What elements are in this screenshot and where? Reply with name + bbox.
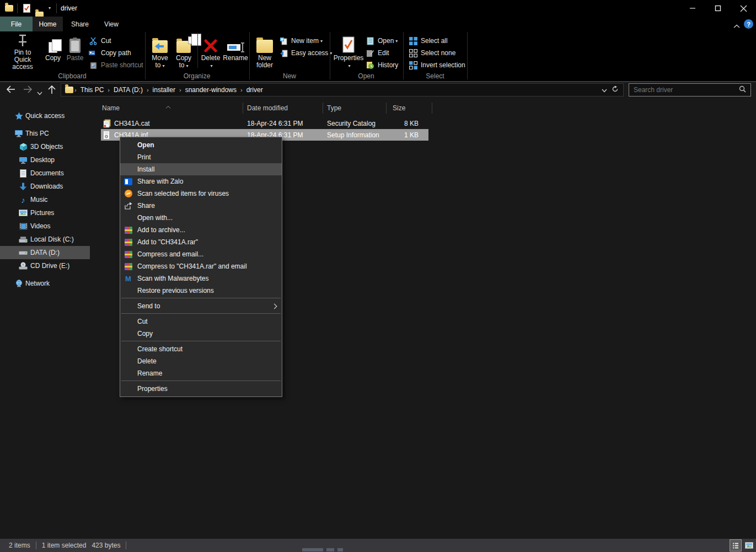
- menu-item-properties[interactable]: Properties: [120, 383, 282, 395]
- copy-button[interactable]: Copy: [42, 33, 64, 71]
- details-view-button[interactable]: [730, 539, 742, 551]
- sidebar-item-pictures[interactable]: Pictures: [0, 206, 90, 219]
- recent-locations-caret-icon[interactable]: [37, 88, 42, 98]
- qat-customize-caret-icon[interactable]: ▾: [49, 6, 51, 10]
- column-divider[interactable]: [243, 103, 243, 114]
- status-divider: [36, 542, 36, 549]
- delete-button[interactable]: Delete▾: [200, 33, 222, 71]
- sidebar-item-this-pc[interactable]: This PC: [0, 127, 90, 140]
- pin-to-quick-access-button[interactable]: Pin to Quick access: [6, 33, 40, 71]
- collapse-ribbon-icon[interactable]: [733, 21, 740, 25]
- column-header-name[interactable]: Name: [102, 104, 120, 112]
- menu-item-add-to-rar[interactable]: Add to "CH341A.rar": [120, 236, 282, 248]
- sidebar-item-network[interactable]: Network: [0, 277, 90, 290]
- move-to-label: Move to▾: [148, 55, 172, 69]
- new-item-button[interactable]: New item▾: [278, 35, 323, 46]
- column-header-type[interactable]: Type: [327, 104, 341, 112]
- menu-item-open[interactable]: Open: [120, 139, 282, 151]
- sidebar-item-cd-drive-e[interactable]: CD Drive (E:): [0, 259, 90, 272]
- sidebar-item-local-disk-c[interactable]: Local Disk (C:): [0, 233, 90, 246]
- paste-shortcut-button[interactable]: Paste shortcut: [88, 60, 143, 71]
- menu-item-send-to[interactable]: Send to: [120, 300, 282, 312]
- crumb-driver[interactable]: driver: [244, 86, 266, 94]
- history-button[interactable]: History: [365, 60, 398, 71]
- menu-item-scan-malwarebytes[interactable]: MScan with Malwarebytes: [120, 272, 282, 285]
- move-to-button[interactable]: Move to▾: [148, 33, 172, 71]
- crumb-installer[interactable]: installer: [150, 86, 178, 94]
- forward-button[interactable]: [22, 85, 33, 96]
- invert-selection-button[interactable]: Invert selection: [408, 60, 465, 71]
- qat-properties-icon[interactable]: [23, 4, 30, 13]
- menu-item-compress-email[interactable]: Compress and email...: [120, 248, 282, 260]
- properties-button[interactable]: Properties▾: [333, 33, 364, 71]
- menu-item-share[interactable]: Share: [120, 200, 282, 212]
- close-button[interactable]: [731, 0, 756, 17]
- menu-item-restore-previous[interactable]: Restore previous versions: [120, 285, 282, 297]
- rename-button[interactable]: Rename: [223, 33, 248, 71]
- minimize-button[interactable]: [680, 0, 705, 17]
- menu-item-compress-to-rar-email[interactable]: Compress to "CH341A.rar" and email: [120, 260, 282, 272]
- sidebar-item-quick-access[interactable]: Quick access: [0, 109, 90, 122]
- column-header-size[interactable]: Size: [393, 104, 405, 112]
- crumb-snander-windows[interactable]: snander-windows: [183, 86, 239, 94]
- menu-item-open-with[interactable]: Open with...: [120, 212, 282, 224]
- menu-item-add-to-archive[interactable]: Add to archive...: [120, 224, 282, 236]
- copy-path-button[interactable]: Copy path: [88, 47, 131, 58]
- file-row-ch341a-cat[interactable]: CH341A.cat 18-Apr-24 6:31 PM Security Ca…: [101, 117, 428, 129]
- menu-item-scan-viruses[interactable]: Scan selected items for viruses: [120, 187, 282, 200]
- column-divider[interactable]: [323, 103, 323, 114]
- tab-home[interactable]: Home: [33, 17, 63, 31]
- drive-icon: [19, 248, 28, 257]
- crumb-chevron-icon: ›: [73, 87, 78, 93]
- invert-selection-icon: [408, 61, 418, 69]
- new-folder-button[interactable]: New folder: [253, 33, 277, 71]
- select-all-icon: [408, 36, 418, 45]
- tab-share[interactable]: Share: [63, 17, 97, 31]
- cut-button[interactable]: Cut: [88, 35, 111, 46]
- back-button[interactable]: [6, 85, 17, 96]
- star-icon: [14, 111, 23, 120]
- edit-button[interactable]: Edit: [365, 47, 389, 58]
- menu-item-delete[interactable]: Delete: [120, 355, 282, 367]
- column-header-modified[interactable]: Date modified: [247, 104, 288, 112]
- open-button[interactable]: Open▾: [365, 35, 398, 46]
- menu-item-cut[interactable]: Cut: [120, 315, 282, 328]
- up-button[interactable]: [47, 84, 56, 98]
- column-divider[interactable]: [386, 103, 387, 114]
- tab-file[interactable]: File: [0, 17, 33, 31]
- select-all-button[interactable]: Select all: [408, 35, 448, 46]
- sidebar-item-videos[interactable]: Videos: [0, 219, 90, 233]
- file-name: CH341A.cat: [114, 120, 150, 127]
- breadcrumb[interactable]: › This PC › DATA (D:) › installer › snan…: [61, 83, 624, 97]
- refresh-icon[interactable]: [612, 85, 619, 95]
- copy-path-label: Copy path: [101, 49, 131, 57]
- menu-item-print[interactable]: Print: [120, 151, 282, 163]
- group-label-select: Select: [405, 72, 465, 80]
- copy-to-button[interactable]: Copy to▾: [172, 33, 195, 71]
- large-icons-view-button[interactable]: [743, 539, 755, 551]
- menu-item-copy[interactable]: Copy: [120, 328, 282, 340]
- sidebar-item-data-d[interactable]: DATA (D:): [0, 246, 90, 259]
- sidebar-item-music[interactable]: ♪ Music: [0, 193, 90, 206]
- search-input[interactable]: [629, 86, 739, 94]
- menu-item-rename[interactable]: Rename: [120, 367, 282, 379]
- maximize-button[interactable]: [705, 0, 731, 17]
- column-divider[interactable]: [432, 103, 432, 114]
- help-icon[interactable]: ?: [744, 19, 753, 29]
- crumb-data-d[interactable]: DATA (D:): [111, 86, 146, 94]
- select-none-button[interactable]: Select none: [408, 47, 455, 58]
- search-icon[interactable]: [739, 85, 746, 95]
- easy-access-button[interactable]: Easy access▾: [278, 47, 332, 58]
- sidebar-item-documents[interactable]: Documents: [0, 167, 90, 180]
- menu-item-install[interactable]: Install: [120, 163, 282, 175]
- clipped-taskbar-text-artifact: [302, 548, 355, 551]
- sidebar-item-desktop[interactable]: Desktop: [0, 153, 90, 167]
- sidebar-item-downloads[interactable]: Downloads: [0, 180, 90, 193]
- paste-button[interactable]: Paste: [64, 33, 86, 71]
- crumb-this-pc[interactable]: This PC: [78, 86, 107, 94]
- address-dropdown-caret-icon[interactable]: [602, 85, 607, 95]
- menu-item-share-with-zalo[interactable]: Share with Zalo: [120, 175, 282, 187]
- menu-item-create-shortcut[interactable]: Create shortcut: [120, 343, 282, 355]
- sidebar-item-3d-objects[interactable]: 3D Objects: [0, 140, 90, 153]
- tab-view[interactable]: View: [97, 17, 126, 31]
